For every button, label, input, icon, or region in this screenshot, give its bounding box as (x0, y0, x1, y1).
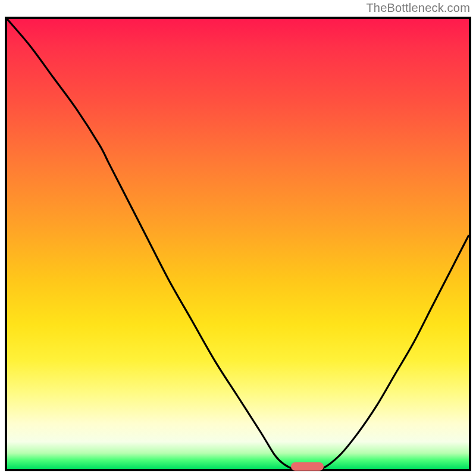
curve-path (7, 19, 469, 469)
plot-area (5, 17, 471, 471)
chart-root: TheBottleneck.com (0, 0, 476, 476)
attribution-text: TheBottleneck.com (366, 1, 470, 15)
optimum-marker (291, 462, 324, 471)
bottleneck-curve (7, 19, 469, 469)
